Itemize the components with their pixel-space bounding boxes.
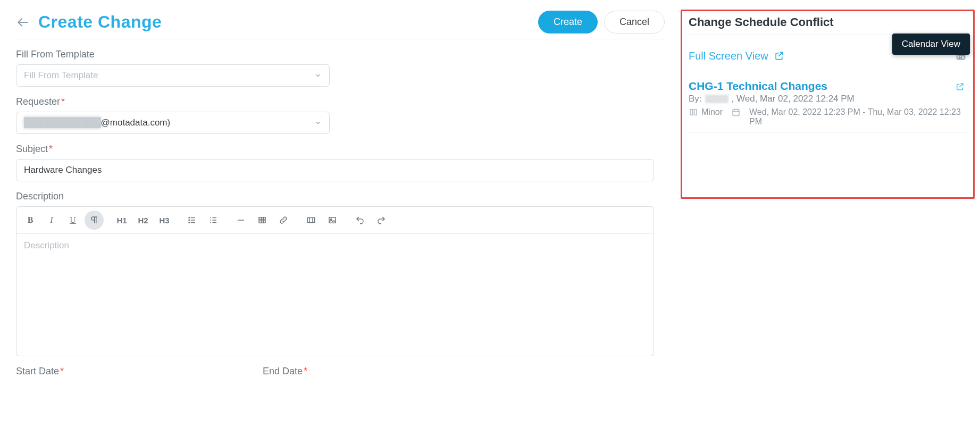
description-editor[interactable]: Description: [16, 234, 654, 356]
schedule-icon: [731, 107, 741, 119]
redo-button[interactable]: [372, 211, 391, 230]
requester-redacted: ████████████: [24, 118, 101, 128]
svg-point-25: [959, 55, 960, 56]
h1-button[interactable]: H1: [112, 211, 131, 230]
template-placeholder: Fill From Template: [24, 70, 98, 81]
schedule-conflict-panel: Change Schedule Conflict Calendar View F…: [681, 10, 975, 199]
bold-button[interactable]: B: [21, 211, 40, 230]
requester-select[interactable]: ████████████@motadata.com): [16, 112, 330, 134]
description-label: Description: [16, 191, 665, 202]
chevron-down-icon: [314, 119, 322, 127]
subject-value: Hardware Changes: [24, 165, 102, 175]
svg-rect-11: [259, 217, 265, 223]
external-link-icon: [774, 51, 784, 61]
page-title: Create Change: [38, 12, 162, 32]
video-button[interactable]: [301, 211, 321, 230]
hr-button[interactable]: [231, 211, 250, 230]
chevron-down-icon: [314, 72, 322, 79]
side-panel-title: Change Schedule Conflict: [689, 14, 967, 35]
svg-rect-19: [329, 217, 336, 223]
requester-label: Requester: [16, 96, 665, 107]
full-screen-view-link[interactable]: Full Screen View: [689, 50, 784, 62]
underline-button[interactable]: U: [63, 211, 82, 230]
cancel-button[interactable]: Cancel: [604, 11, 665, 33]
ol-button[interactable]: [204, 211, 223, 230]
template-label: Fill From Template: [16, 49, 665, 60]
page-header: Create Change Create Cancel: [16, 5, 665, 39]
paragraph-button[interactable]: [85, 211, 104, 230]
priority-icon: [689, 107, 698, 117]
table-button[interactable]: [253, 211, 272, 230]
priority-badge: Minor: [689, 107, 723, 117]
editor-toolbar: B I U H1 H2 H3: [16, 206, 654, 234]
image-button[interactable]: [323, 211, 342, 230]
subject-input[interactable]: Hardware Changes: [16, 159, 654, 181]
h3-button[interactable]: H3: [155, 211, 174, 230]
ul-button[interactable]: [182, 211, 202, 230]
template-select[interactable]: Fill From Template: [16, 64, 330, 87]
requester-value: ████████████@motadata.com): [24, 118, 170, 128]
calendar-view-tooltip[interactable]: Calendar View: [892, 33, 970, 55]
back-arrow-icon[interactable]: [16, 15, 30, 29]
description-placeholder: Description: [24, 240, 69, 250]
conflict-change-title[interactable]: CHG-1 Technical Changes: [689, 80, 967, 93]
svg-point-4: [189, 217, 190, 219]
h2-button[interactable]: H2: [133, 211, 153, 230]
requester-redacted: [705, 95, 728, 103]
svg-rect-30: [690, 110, 693, 115]
external-link-icon: [955, 82, 965, 91]
svg-rect-16: [307, 218, 315, 223]
italic-button[interactable]: I: [42, 211, 61, 230]
link-button[interactable]: [274, 211, 293, 230]
start-date-label: Start Date: [16, 366, 64, 377]
schedule-range: Wed, Mar 02, 2022 12:23 PM - Thu, Mar 03…: [749, 107, 967, 127]
svg-point-29: [961, 57, 962, 58]
svg-point-26: [961, 55, 962, 56]
create-button[interactable]: Create: [538, 11, 598, 33]
svg-point-28: [959, 57, 960, 58]
svg-rect-31: [694, 110, 697, 115]
svg-point-5: [189, 220, 190, 221]
svg-point-27: [963, 55, 964, 56]
subject-label: Subject: [16, 144, 665, 155]
conflict-by-line: By: , Wed, Mar 02, 2022 12:24 PM: [689, 94, 967, 104]
end-date-label: End Date: [263, 366, 307, 377]
svg-point-6: [189, 222, 190, 223]
conflict-item: CHG-1 Technical Changes By: , Wed, Mar 0…: [689, 68, 967, 132]
svg-rect-32: [733, 110, 739, 116]
undo-button[interactable]: [350, 211, 370, 230]
